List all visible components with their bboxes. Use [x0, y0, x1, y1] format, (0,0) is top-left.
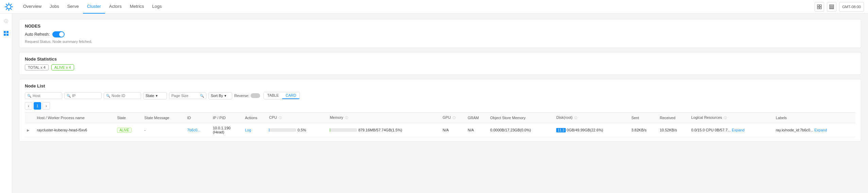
nav-serve[interactable]: Serve: [63, 0, 83, 14]
log-link[interactable]: Log: [245, 128, 251, 132]
row-cpu: 0.5%: [267, 123, 328, 137]
nav-logs[interactable]: Logs: [148, 0, 166, 14]
nav-metrics[interactable]: Metrics: [126, 0, 148, 14]
row-expand-btn[interactable]: ▶: [25, 123, 35, 137]
cpu-info-icon[interactable]: ⓘ: [279, 116, 282, 119]
logo-icon: [4, 2, 14, 12]
state-label: State: [146, 94, 154, 98]
pagesize-filter[interactable]: 🔍: [169, 92, 206, 99]
svg-rect-17: [6, 31, 8, 33]
svg-line-6: [10, 8, 12, 10]
col-state-message: State Message: [142, 113, 185, 123]
cpu-progress-container: 0.5%: [269, 128, 326, 132]
main-content: NODES Auto Refresh: Request Status: Node…: [12, 14, 868, 193]
svg-rect-19: [6, 34, 8, 36]
sortby-filter[interactable]: Sort By ▾: [208, 92, 232, 99]
layout-icon-1[interactable]: [815, 2, 824, 12]
stat-badges: TOTAL x 4 ALIVE x 4: [25, 64, 855, 70]
logical-expand-link[interactable]: Expand: [732, 128, 744, 132]
memory-info-icon[interactable]: ⓘ: [345, 116, 348, 119]
nodeid-filter[interactable]: 🔍: [104, 92, 141, 99]
nodeid-input[interactable]: [112, 94, 139, 98]
nav-cluster[interactable]: Cluster: [83, 0, 105, 14]
cpu-progress-fill: [269, 128, 269, 132]
timezone: GMT-08:00: [839, 2, 864, 12]
sortby-label: Sort By: [211, 94, 223, 98]
alive-badge[interactable]: ALIVE x 4: [51, 64, 74, 70]
row-sent: 3.82KB/s: [629, 123, 658, 137]
nodes-table: Host / Worker Process name State State M…: [25, 112, 855, 137]
layout: ⓘ NODES Auto Refresh: Request Status: No…: [0, 14, 868, 193]
reverse-label: Reverse:: [234, 94, 249, 98]
nav-actors[interactable]: Actors: [105, 0, 126, 14]
labels-expand-link[interactable]: Expand: [814, 128, 827, 132]
col-logical: Logical Resources ⓘ: [689, 113, 774, 123]
row-ip-pid: 10.0.1.190 (Head): [211, 123, 243, 137]
state-filter[interactable]: State ▾: [143, 92, 167, 99]
cpu-value: 0.5%: [297, 128, 306, 132]
row-disk: 11.3 0GB/49.99GB(22.6%): [554, 123, 629, 137]
prev-page-btn[interactable]: ‹: [25, 102, 32, 110]
col-sent: Sent: [629, 113, 658, 123]
sidebar-info-icon[interactable]: ⓘ: [1, 16, 11, 26]
row-gpu: N/A: [441, 123, 466, 137]
card-view-btn[interactable]: CARD: [282, 92, 300, 99]
svg-rect-15: [830, 8, 834, 9]
host-filter[interactable]: 🔍: [25, 92, 62, 99]
row-logical: 0.0/15.0 CPU 0B/57.7... Expand: [689, 123, 774, 137]
gpu-info-icon[interactable]: ⓘ: [453, 116, 456, 119]
labels-value: ray.io/node_id:7b6c0...: [776, 128, 813, 132]
svg-line-7: [10, 4, 12, 5]
logical-info-icon[interactable]: ⓘ: [724, 116, 727, 119]
layout-icon-2[interactable]: [827, 2, 836, 12]
disk-info-icon[interactable]: ⓘ: [574, 116, 577, 119]
col-memory: Memory ⓘ: [328, 113, 441, 123]
nodeid-search-icon: 🔍: [106, 94, 110, 98]
total-badge[interactable]: TOTAL x 4: [25, 64, 49, 70]
nav-overview[interactable]: Overview: [19, 0, 46, 14]
table-view-btn[interactable]: TABLE: [264, 92, 282, 99]
col-expand: [25, 113, 35, 123]
col-ip-pid: IP / PID: [211, 113, 243, 123]
col-gpu: GPU ⓘ: [441, 113, 466, 123]
table-header-row: Host / Worker Process name State State M…: [25, 113, 855, 123]
table-row: ▶ raycluster-kuberay-head-l5xv6 ALIVE - …: [25, 123, 855, 137]
row-received: 10.52KB/s: [658, 123, 689, 137]
ip-filter[interactable]: 🔍: [64, 92, 102, 99]
svg-line-8: [6, 8, 7, 10]
row-actions[interactable]: Log: [243, 123, 267, 137]
nav-jobs[interactable]: Jobs: [46, 0, 63, 14]
reverse-toggle[interactable]: [251, 93, 260, 98]
auto-refresh-label: Auto Refresh:: [25, 32, 50, 37]
col-object-store: Object Store Memory: [488, 113, 555, 123]
ip-input[interactable]: [72, 94, 99, 98]
col-state: State: [115, 113, 142, 123]
filters-row: 🔍 🔍 🔍 State ▾ 🔍: [25, 92, 855, 99]
row-id[interactable]: 7b6c0...: [185, 123, 211, 137]
cpu-progress-bar: [269, 128, 296, 132]
sidebar-grid-icon[interactable]: [1, 29, 11, 38]
row-host: raycluster-kuberay-head-l5xv6: [35, 123, 115, 137]
svg-line-5: [6, 4, 7, 5]
auto-refresh-row: Auto Refresh:: [25, 31, 855, 37]
nodes-section: NODES Auto Refresh: Request Status: Node…: [19, 19, 861, 48]
page-1-btn[interactable]: 1: [34, 102, 41, 110]
node-statistics-title: Node Statistics: [25, 57, 855, 62]
next-page-btn[interactable]: ›: [42, 102, 50, 110]
svg-rect-18: [4, 34, 6, 36]
auto-refresh-toggle[interactable]: [52, 31, 65, 37]
ip-search-icon: 🔍: [67, 94, 71, 98]
disk-text: 0GB/49.99GB(22.6%): [567, 128, 603, 132]
host-search-icon: 🔍: [27, 94, 31, 98]
col-labels: Labels: [774, 113, 855, 123]
node-statistics-section: Node Statistics TOTAL x 4 ALIVE x 4: [19, 52, 861, 75]
row-gram: N/A: [465, 123, 488, 137]
host-input[interactable]: [33, 94, 60, 98]
pagination: ‹ 1 ›: [25, 102, 855, 110]
state-chevron-icon: ▾: [156, 94, 158, 98]
ip-value: 10.0.1.190: [213, 126, 241, 130]
disk-highlight: 11.3: [556, 128, 565, 132]
chevron-right-icon[interactable]: ▶: [27, 128, 30, 132]
pagesize-input[interactable]: [171, 94, 199, 98]
node-id-link[interactable]: 7b6c0...: [187, 128, 201, 132]
